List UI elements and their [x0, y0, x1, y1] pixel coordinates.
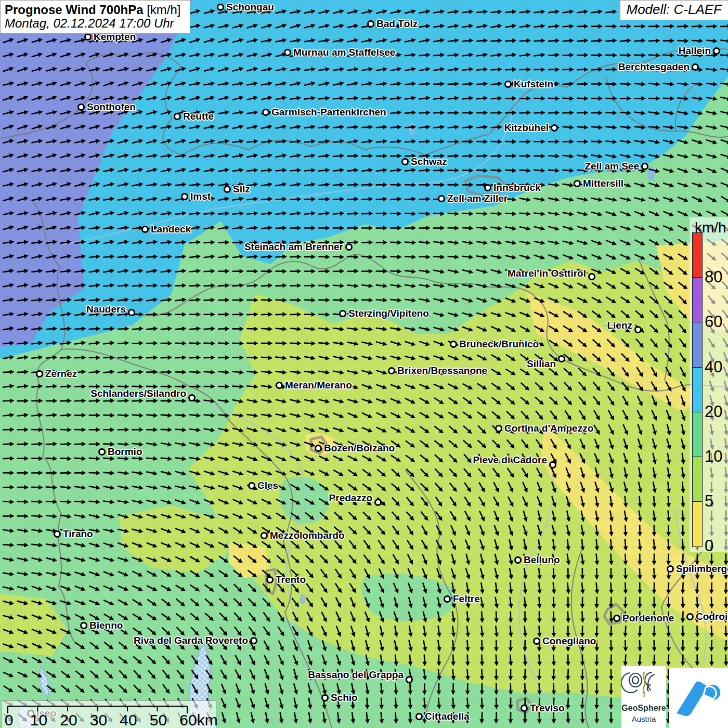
city-dot-icon	[667, 565, 674, 573]
city-dot-icon	[98, 448, 106, 456]
city-marker-landeck: Landeck	[141, 226, 149, 233]
legend-band-80	[692, 232, 703, 278]
city-marker-meran-merano: Meran/Merano	[276, 382, 283, 389]
city-dot-icon	[588, 273, 595, 280]
geosphere-logo-icon	[621, 666, 666, 703]
city-marker-bozen-bolzano: Bozen/Bolzano	[315, 445, 322, 452]
lake	[647, 166, 655, 181]
city-label: Rovereto	[205, 635, 248, 646]
city-label: Schlanders/Silandro	[90, 388, 186, 399]
scalebar-label: 10	[30, 711, 47, 728]
city-marker-bormio: Bormio	[98, 448, 106, 456]
city-dot-icon	[174, 113, 181, 120]
city-marker-brixen-bressanone: Brixen/Bressanone	[388, 367, 395, 374]
city-label: Zernez	[45, 368, 77, 380]
city-label: Codroipo	[696, 611, 728, 622]
city-marker-sterzing-vipiteno: Sterzing/Vipiteno	[339, 310, 346, 317]
mountain-cloud-logo-icon	[669, 668, 728, 728]
city-marker-schio: Schio	[321, 694, 329, 701]
city-dot-icon	[406, 676, 413, 683]
city-dot-icon	[450, 341, 457, 348]
color-legend: km/h 806040201050	[690, 217, 728, 552]
city-dot-icon	[248, 482, 255, 489]
city-dot-icon	[54, 530, 61, 538]
wind-forecast-map: SchongauBad TölzKemptenMurnau am Staffel…	[0, 0, 728, 728]
city-dot-icon	[374, 499, 382, 506]
city-marker-silz: Silz	[224, 186, 231, 193]
legend-band-40	[692, 322, 703, 368]
city-label: Treviso	[530, 703, 565, 714]
legend-band-5	[692, 457, 703, 502]
city-label: Bienno	[89, 620, 123, 631]
map-title-box: Prognose Wind 700hPa [km/h] Montag, 02.1…	[0, 0, 190, 34]
city-label: Bassano del Grappa	[308, 669, 404, 681]
city-label: Matrei in Osttirol	[508, 268, 586, 279]
city-label: Mittersill	[583, 178, 623, 189]
city-label: Garmisch-Partenkirchen	[271, 107, 386, 118]
city-marker-lienz: Lienz	[634, 326, 642, 333]
model-label: Modell: C-LAEF	[627, 2, 722, 18]
city-marker-cittadella: Cittadella	[415, 713, 423, 720]
city-label: Pieve di Cadore	[473, 454, 547, 466]
city-marker-cortina-d-ampezzo: Cortina d'Ampezzo	[495, 425, 502, 432]
city-label: Bozen/Bolzano	[324, 443, 395, 454]
city-marker-kempten: Kempten	[84, 33, 92, 41]
city-marker-reutte: Reutte	[174, 113, 181, 120]
scalebar-label: 40	[120, 711, 137, 728]
page-title: Prognose Wind 700hPa [km/h]	[5, 3, 185, 17]
city-dot-icon	[217, 4, 224, 11]
city-label: Bad Tölz	[376, 18, 418, 30]
title-unit: [km/h]	[144, 3, 181, 17]
city-dot-icon	[339, 310, 346, 317]
scalebar-label: 60km	[179, 711, 217, 728]
city-label: Bruneck/Brunico	[459, 339, 539, 350]
city-label: Innsbruck	[493, 182, 541, 193]
legend-band-20	[692, 367, 703, 413]
city-marker-feltre: Feltre	[444, 595, 451, 603]
legend-tick-label: 40	[705, 358, 722, 376]
lake	[409, 123, 414, 135]
map-scalebar: 0102030405060km	[1, 700, 216, 728]
city-label: Belluno	[524, 554, 560, 566]
city-dot-icon	[415, 713, 423, 720]
city-marker-imst: Imst	[181, 193, 188, 200]
city-marker-codroipo: Codroipo	[686, 613, 694, 620]
city-label: Sillian	[527, 358, 556, 370]
city-label: Conegliano	[542, 635, 596, 647]
city-dot-icon	[401, 158, 409, 165]
city-label: Schongau	[226, 2, 274, 13]
city-dot-icon	[141, 226, 149, 233]
city-label: Cortina d'Ampezzo	[504, 423, 593, 434]
legend-tick-label: 5	[705, 492, 713, 511]
city-marker-mezzolombardo: Mezzolombardo	[261, 532, 268, 539]
city-dot-icon	[345, 243, 353, 251]
city-label: Schio	[331, 692, 358, 704]
city-dot-icon	[549, 461, 556, 469]
city-marker-sillian: Sillian	[558, 355, 565, 362]
scalebar-label: 0	[5, 711, 14, 728]
city-label: Feltre	[453, 593, 480, 605]
legend-tick-label: 20	[705, 402, 722, 421]
city-dot-icon	[692, 63, 699, 71]
city-dot-icon	[521, 705, 528, 712]
city-marker-treviso: Treviso	[521, 705, 528, 712]
city-marker-hallein: Hallein	[713, 47, 720, 55]
city-label: Silz	[233, 184, 250, 195]
city-dot-icon	[224, 186, 231, 193]
city-dot-icon	[634, 326, 642, 333]
city-dot-icon	[262, 109, 269, 116]
city-marker-sonthofen: Sonthofen	[77, 103, 85, 111]
city-marker-zell-am-see: Zell am See	[641, 163, 648, 170]
weather-app-logo-box	[669, 668, 728, 728]
city-label: Zell am See	[584, 161, 639, 172]
city-label: Pordenone	[622, 613, 674, 624]
city-dot-icon	[504, 81, 512, 88]
scalebar-label: 30	[90, 711, 107, 728]
city-label: Schwaz	[411, 156, 447, 167]
city-marker-schwaz: Schwaz	[401, 158, 409, 165]
city-dot-icon	[284, 49, 291, 56]
city-label: Steinach am Brenner	[244, 241, 343, 253]
city-dot-icon	[77, 103, 85, 111]
city-dot-icon	[444, 595, 451, 603]
city-dot-icon	[250, 637, 257, 644]
